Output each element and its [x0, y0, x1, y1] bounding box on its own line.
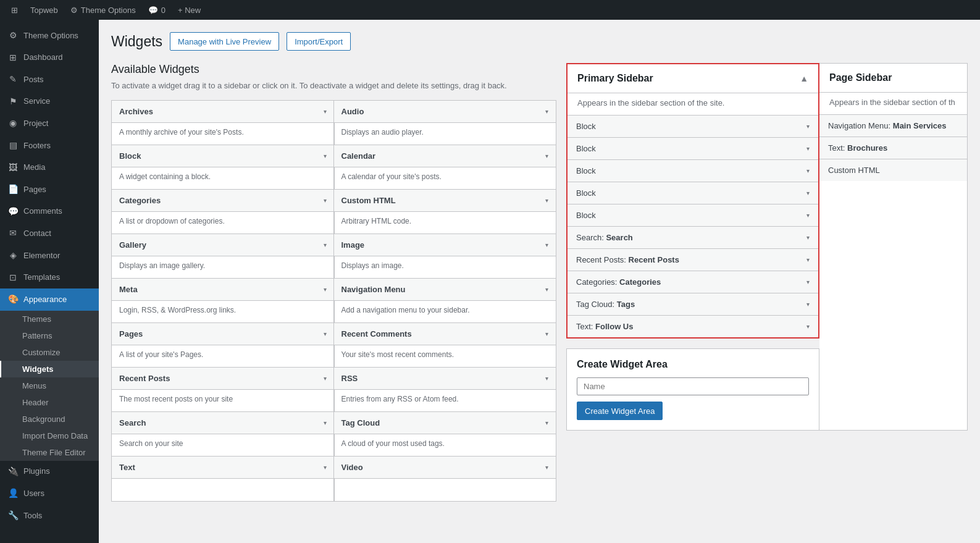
submenu-item-widgets[interactable]: Widgets: [0, 361, 99, 377]
sidebar-widget-recent-posts[interactable]: Recent Posts: Recent Posts ▾: [567, 248, 818, 271]
adminbar-new[interactable]: + New: [172, 0, 207, 20]
widget-header-recent-comments[interactable]: Recent Comments ▾: [334, 323, 556, 345]
widget-header-search[interactable]: Search ▾: [112, 412, 334, 434]
submenu-item-menus[interactable]: Menus: [0, 377, 99, 394]
widget-header-rss[interactable]: RSS ▾: [334, 368, 556, 390]
sidebar-widget-block-5[interactable]: Block ▾: [567, 204, 818, 226]
submenu-item-header[interactable]: Header: [0, 394, 99, 411]
sidebar-item-comments[interactable]: 💬 Comments: [0, 201, 99, 223]
sidebar-item-users[interactable]: 👤 Users: [0, 482, 99, 505]
collapse-icon[interactable]: ▲: [800, 74, 808, 83]
submenu-item-customize[interactable]: Customize: [0, 344, 99, 361]
sidebar-item-plugins[interactable]: 🔌 Plugins: [0, 461, 99, 483]
widget-area-name-input[interactable]: [577, 377, 809, 395]
widget-item-recent-posts[interactable]: Recent Posts ▾ The most recent posts on …: [111, 367, 335, 413]
sidebar-item-media[interactable]: 🖼 Media: [0, 157, 99, 179]
create-widget-area-button[interactable]: Create Widget Area: [577, 402, 663, 420]
sidebar-widget-categories[interactable]: Categories: Categories ▾: [567, 271, 818, 293]
widget-header-block[interactable]: Block ▾: [112, 145, 334, 167]
sidebar-widget-text-follow-us[interactable]: Text: Follow Us ▾: [567, 315, 818, 337]
tools-icon: 🔧: [7, 510, 19, 522]
users-icon: 👤: [7, 487, 19, 500]
sidebar-item-project[interactable]: ◉ Project: [0, 112, 99, 135]
widget-header-recent-posts[interactable]: Recent Posts ▾: [112, 368, 334, 390]
sidebar-widget-block-1[interactable]: Block ▾: [567, 115, 818, 137]
widget-item-recent-comments[interactable]: Recent Comments ▾ Your site's most recen…: [333, 322, 557, 368]
widget-item-text[interactable]: Text ▾: [111, 456, 335, 502]
sidebar-item-tools[interactable]: 🔧 Tools: [0, 505, 99, 527]
widget-item-block[interactable]: Block ▾ A widget containing a block.: [111, 145, 335, 190]
sidebar-item-footers[interactable]: ▤ Footers: [0, 135, 99, 157]
page-sidebar-widget-text-brochures[interactable]: Text: Brochures: [819, 137, 967, 159]
sidebar-widget-tag-cloud[interactable]: Tag Cloud: Tags ▾: [567, 293, 818, 315]
widget-item-audio[interactable]: Audio ▾ Displays an audio player.: [333, 100, 557, 146]
widget-item-archives[interactable]: Archives ▾ A monthly archive of your sit…: [111, 100, 335, 146]
primary-sidebar-title: Primary Sidebar: [577, 73, 653, 84]
sidebar-item-appearance[interactable]: 🎨 Appearance: [0, 288, 99, 311]
widget-item-navigation-menu[interactable]: Navigation Menu ▾ Add a navigation menu …: [333, 278, 557, 324]
page-sidebar-widget-custom-html[interactable]: Custom HTML: [819, 159, 967, 181]
widget-item-calendar[interactable]: Calendar ▾ A calendar of your site's pos…: [333, 145, 557, 190]
manage-live-preview-button[interactable]: Manage with Live Preview: [170, 32, 279, 51]
page-sidebar-column: Page Sidebar Appears in the sidebar sect…: [819, 63, 968, 431]
submenu-item-import-demo[interactable]: Import Demo Data: [0, 427, 99, 444]
widget-header-calendar[interactable]: Calendar ▾: [334, 145, 556, 167]
widget-name-custom-html: Custom HTML: [341, 196, 396, 205]
widget-item-gallery[interactable]: Gallery ▾ Displays an image gallery.: [111, 234, 335, 279]
chevron-down-icon: ▾: [324, 108, 327, 115]
sidebar-item-dashboard[interactable]: ⊞ Dashboard: [0, 47, 99, 69]
sidebar-item-theme-options[interactable]: ⚙ Theme Options: [0, 25, 99, 47]
widget-header-navigation-menu[interactable]: Navigation Menu ▾: [334, 279, 556, 301]
widget-item-categories[interactable]: Categories ▾ A list or dropdown of categ…: [111, 189, 335, 235]
sidebar-widget-name: Block: [576, 211, 596, 220]
widget-header-custom-html[interactable]: Custom HTML ▾: [334, 190, 556, 212]
widget-header-image[interactable]: Image ▾: [334, 234, 556, 256]
widget-header-archives[interactable]: Archives ▾: [112, 101, 334, 123]
widget-header-pages[interactable]: Pages ▾: [112, 323, 334, 345]
widget-header-meta[interactable]: Meta ▾: [112, 279, 334, 301]
adminbar-wp-logo[interactable]: ⊞: [5, 0, 24, 20]
chevron-down-icon: ▾: [806, 234, 810, 241]
sidebar-widget-block-2[interactable]: Block ▾: [567, 137, 818, 159]
widget-header-gallery[interactable]: Gallery ▾: [112, 234, 334, 256]
sidebar-item-contact[interactable]: ✉ Contact: [0, 222, 99, 245]
adminbar-site-name[interactable]: Topweb: [24, 0, 64, 20]
widget-item-meta[interactable]: Meta ▾ Login, RSS, & WordPress.org links…: [111, 278, 335, 324]
widget-item-tag-cloud[interactable]: Tag Cloud ▾ A cloud of your most used ta…: [333, 411, 557, 457]
widget-item-image[interactable]: Image ▾ Displays an image.: [333, 234, 557, 279]
sidebar-item-posts[interactable]: ✎ Posts: [0, 69, 99, 91]
main-content: Widgets Manage with Live Preview Import/…: [99, 20, 980, 543]
submenu-item-patterns[interactable]: Patterns: [0, 327, 99, 344]
sidebar-item-templates[interactable]: ⊡ Templates: [0, 267, 99, 289]
submenu-item-background[interactable]: Background: [0, 411, 99, 427]
footers-icon: ▤: [7, 140, 19, 152]
widget-header-text[interactable]: Text ▾: [112, 457, 334, 479]
submenu-item-themes[interactable]: Themes: [0, 311, 99, 327]
sidebar-item-pages[interactable]: 📄 Pages: [0, 179, 99, 201]
chevron-down-icon: ▾: [806, 167, 810, 174]
widget-item-video[interactable]: Video ▾: [333, 456, 557, 502]
sidebar-item-elementor[interactable]: ◈ Elementor: [0, 245, 99, 267]
widget-header-categories[interactable]: Categories ▾: [112, 190, 334, 212]
widget-desc-archives: A monthly archive of your site's Posts.: [112, 123, 334, 145]
chevron-down-icon: ▾: [324, 153, 327, 159]
sidebar-widget-search[interactable]: Search: Search ▾: [567, 226, 818, 248]
widget-name-video: Video: [341, 463, 363, 472]
sidebar-widget-block-3[interactable]: Block ▾: [567, 159, 818, 182]
widget-item-custom-html[interactable]: Custom HTML ▾ Arbitrary HTML code.: [333, 189, 557, 235]
widget-item-pages[interactable]: Pages ▾ A list of your site's Pages.: [111, 322, 335, 368]
sidebar-widget-block-4[interactable]: Block ▾: [567, 182, 818, 204]
import-export-button[interactable]: Import/Export: [287, 32, 351, 51]
widget-header-tag-cloud[interactable]: Tag Cloud ▾: [334, 412, 556, 434]
widget-name-recent-posts: Recent Posts: [119, 374, 170, 383]
widget-header-audio[interactable]: Audio ▾: [334, 101, 556, 123]
widget-item-search[interactable]: Search ▾ Search on your site: [111, 411, 335, 457]
chevron-down-icon: ▾: [806, 279, 810, 285]
widget-header-video[interactable]: Video ▾: [334, 457, 556, 479]
adminbar-comments[interactable]: 💬 0: [142, 0, 172, 20]
page-sidebar-widget-nav-menu[interactable]: Navigation Menu: Main Services: [819, 114, 967, 137]
submenu-item-theme-file-editor[interactable]: Theme File Editor: [0, 444, 99, 461]
adminbar-theme-options[interactable]: ⚙ Theme Options: [64, 0, 142, 20]
widget-item-rss[interactable]: RSS ▾ Entries from any RSS or Atom feed.: [333, 367, 557, 413]
sidebar-item-service[interactable]: ⚑ Service: [0, 91, 99, 113]
